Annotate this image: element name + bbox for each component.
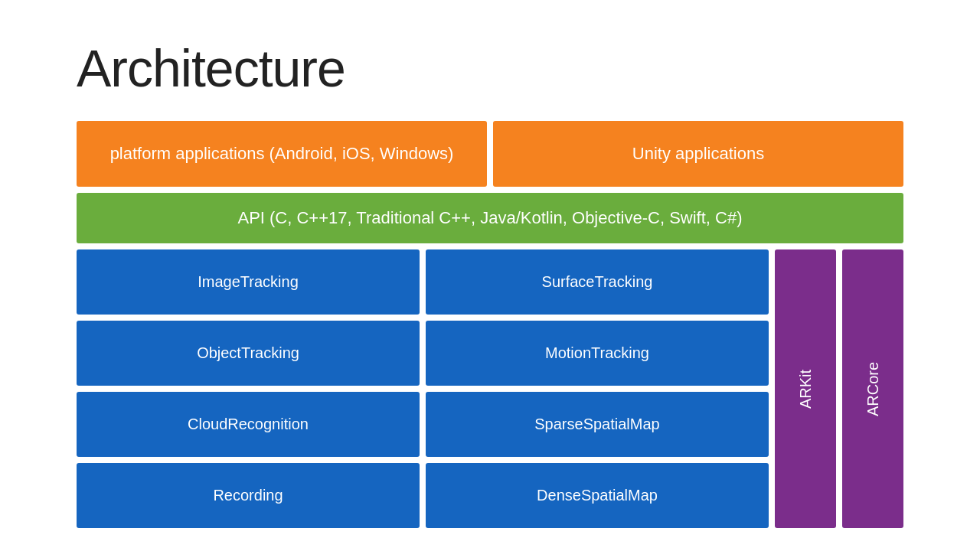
top-row: platform applications (Android, iOS, Win… [77, 121, 903, 187]
features-column: ImageTracking SurfaceTracking ObjectTrac… [77, 249, 769, 528]
recording-box: Recording [77, 463, 420, 528]
page-title: Architecture [77, 38, 903, 98]
surface-tracking-box: SurfaceTracking [426, 249, 769, 315]
platform-applications-box: platform applications (Android, iOS, Win… [77, 121, 487, 187]
cloud-recognition-box: CloudRecognition [77, 392, 420, 457]
motion-tracking-box: MotionTracking [426, 321, 769, 386]
main-row: ImageTracking SurfaceTracking ObjectTrac… [77, 249, 903, 528]
unity-applications-box: Unity applications [493, 121, 903, 187]
api-row: API (C, C++17, Traditional C++, Java/Kot… [77, 193, 903, 243]
architecture-diagram: platform applications (Android, iOS, Win… [77, 121, 903, 528]
arcore-column: ARCore [842, 249, 903, 528]
image-tracking-box: ImageTracking [77, 249, 420, 315]
features-row-1: ImageTracking SurfaceTracking [77, 249, 769, 315]
api-box: API (C, C++17, Traditional C++, Java/Kot… [77, 193, 903, 243]
arkit-column: ARKit [775, 249, 836, 528]
page-container: Architecture platform applications (Andr… [0, 0, 980, 551]
dense-spatial-map-box: DenseSpatialMap [426, 463, 769, 528]
object-tracking-box: ObjectTracking [77, 321, 420, 386]
sparse-spatial-map-box: SparseSpatialMap [426, 392, 769, 457]
features-row-2: ObjectTracking MotionTracking [77, 321, 769, 386]
features-row-4: Recording DenseSpatialMap [77, 463, 769, 528]
features-row-3: CloudRecognition SparseSpatialMap [77, 392, 769, 457]
